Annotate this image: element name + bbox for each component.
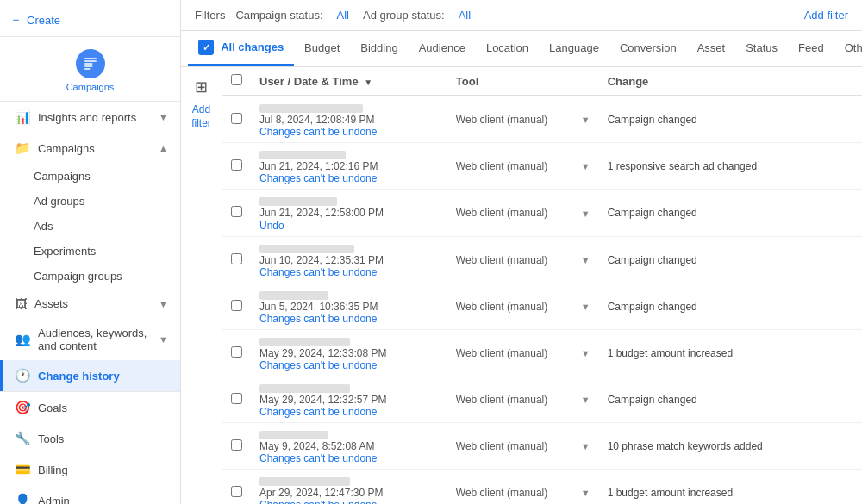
- expand-cell[interactable]: ▼: [572, 96, 599, 143]
- select-all-header[interactable]: [222, 67, 251, 96]
- expand-cell[interactable]: ▼: [572, 470, 599, 505]
- row-checkbox[interactable]: [231, 393, 242, 404]
- tab-all-changes[interactable]: ✓ All changes: [188, 31, 294, 66]
- create-button[interactable]: ＋ Create: [10, 9, 170, 31]
- undo-button[interactable]: Undo: [259, 220, 284, 232]
- sidebar-item-assets[interactable]: 🖼 Assets ▼: [0, 289, 180, 319]
- expand-cell[interactable]: ▼: [572, 283, 599, 330]
- tool-cell: Web client (manual): [447, 283, 572, 330]
- expand-cell[interactable]: ▼: [572, 143, 599, 190]
- user-masked: [259, 431, 328, 439]
- expand-icon[interactable]: ▼: [581, 441, 590, 451]
- date-text: Jun 21, 2024, 12:58:00 PM: [259, 207, 439, 219]
- sidebar-nav: 📊 Insights and reports ▼ 📁 Campaigns ▲ C…: [0, 102, 180, 391]
- action-link[interactable]: Changes can't be undone: [259, 266, 439, 278]
- create-icon: ＋: [10, 12, 22, 28]
- sidebar-item-change-history[interactable]: 🕐 Change history: [0, 360, 180, 391]
- row-checkbox[interactable]: [231, 253, 242, 264]
- user-date-cell: Jun 21, 2024, 1:02:16 PMChanges can't be…: [251, 143, 447, 190]
- audiences-label: Audiences, keywords, and content: [38, 327, 159, 352]
- expand-cell[interactable]: ▼: [572, 330, 599, 376]
- table-row: May 29, 2024, 12:33:08 PMChanges can't b…: [222, 330, 862, 376]
- action-link[interactable]: Changes can't be undone: [259, 499, 439, 504]
- user-date-cell: May 29, 2024, 12:33:08 PMChanges can't b…: [251, 330, 447, 376]
- tool-cell: Web client (manual): [447, 423, 572, 470]
- row-checkbox[interactable]: [231, 113, 242, 124]
- row-checkbox[interactable]: [231, 300, 242, 311]
- sidebar-item-experiments[interactable]: Experiments: [0, 239, 180, 264]
- expand-icon[interactable]: ▼: [581, 208, 590, 219]
- tool-cell: Web client (manual): [447, 376, 572, 423]
- tab-budget[interactable]: Budget: [294, 33, 350, 65]
- expand-icon[interactable]: ▼: [581, 348, 590, 358]
- tool-cell: Web client (manual): [447, 330, 572, 376]
- expand-cell[interactable]: ▼: [572, 423, 599, 470]
- change-cell: Campaign changed: [599, 283, 862, 330]
- action-link[interactable]: Changes can't be undone: [259, 452, 439, 464]
- tab-bidding[interactable]: Bidding: [350, 33, 408, 65]
- expand-icon[interactable]: ▼: [581, 302, 590, 312]
- assets-label: Assets: [34, 297, 68, 310]
- tool-header: Tool: [447, 67, 572, 96]
- sidebar: ＋ Create Campaigns 📊 Insights and report…: [0, 0, 181, 504]
- tools-icon: 🔧: [15, 431, 31, 446]
- add-filter-button[interactable]: Add filter: [804, 9, 848, 22]
- expand-icon[interactable]: ▼: [581, 488, 590, 498]
- action-link[interactable]: Changes can't be undone: [259, 406, 439, 418]
- campaigns-icon[interactable]: [76, 49, 105, 78]
- expand-cell[interactable]: ▼: [572, 190, 599, 237]
- user-masked: [259, 104, 363, 113]
- action-link[interactable]: Changes can't be undone: [259, 359, 439, 371]
- sidebar-item-insights[interactable]: 📊 Insights and reports ▼: [0, 102, 180, 133]
- user-date-cell: Jun 10, 2024, 12:35:31 PMChanges can't b…: [251, 237, 447, 283]
- tab-audience[interactable]: Audience: [409, 33, 476, 65]
- sidebar-item-billing[interactable]: 💳 Billing: [0, 454, 180, 485]
- sidebar-item-campaign-groups[interactable]: Campaign groups: [0, 264, 180, 289]
- campaign-status-value[interactable]: All: [334, 7, 353, 23]
- tab-feed[interactable]: Feed: [788, 33, 834, 65]
- sidebar-item-admin[interactable]: 👤 Admin: [0, 485, 180, 504]
- add-filter-panel-button[interactable]: Addfilter: [191, 103, 211, 130]
- filter-panel-icon[interactable]: ⊞: [195, 78, 208, 96]
- user-date-cell: Apr 29, 2024, 12:47:30 PMChanges can't b…: [251, 470, 447, 505]
- expand-icon[interactable]: ▼: [581, 255, 590, 265]
- row-checkbox[interactable]: [231, 206, 242, 217]
- tab-language[interactable]: Language: [539, 33, 609, 65]
- tab-status[interactable]: Status: [735, 33, 788, 65]
- action-link[interactable]: Changes can't be undone: [259, 313, 439, 325]
- user-date-header[interactable]: User / Date & Time ▼: [251, 67, 447, 96]
- tool-cell: Web client (manual): [447, 96, 572, 143]
- campaigns-chevron: ▲: [159, 143, 168, 153]
- sidebar-item-tools[interactable]: 🔧 Tools: [0, 423, 180, 454]
- expand-cell[interactable]: ▼: [572, 376, 599, 423]
- table-row: Jun 10, 2024, 12:35:31 PMChanges can't b…: [222, 237, 862, 283]
- action-link[interactable]: Changes can't be undone: [259, 126, 439, 138]
- row-checkbox[interactable]: [231, 486, 242, 497]
- action-link[interactable]: Changes can't be undone: [259, 172, 439, 184]
- campaigns-nav-label[interactable]: Campaigns: [66, 82, 115, 92]
- ad-group-status-value[interactable]: All: [455, 7, 474, 23]
- sidebar-item-goals[interactable]: 🎯 Goals: [0, 392, 180, 423]
- tab-conversion[interactable]: Conversion: [609, 33, 687, 65]
- sidebar-item-ads[interactable]: Ads: [0, 214, 180, 239]
- tab-asset[interactable]: Asset: [687, 33, 736, 65]
- user-date-cell: May 29, 2024, 12:32:57 PMChanges can't b…: [251, 376, 447, 423]
- sidebar-item-ad-groups[interactable]: Ad groups: [0, 189, 180, 214]
- tab-location[interactable]: Location: [476, 33, 539, 65]
- sidebar-item-audiences[interactable]: 👥 Audiences, keywords, and content ▼: [0, 319, 180, 360]
- sidebar-item-campaigns[interactable]: 📁 Campaigns ▲: [0, 133, 180, 164]
- admin-label: Admin: [38, 495, 70, 505]
- sidebar-item-campaigns-sub[interactable]: Campaigns: [0, 164, 180, 189]
- change-cell: 1 budget amount increased: [599, 470, 862, 505]
- select-all-checkbox[interactable]: [231, 74, 242, 85]
- date-text: Jun 10, 2024, 12:35:31 PM: [259, 254, 439, 266]
- row-checkbox[interactable]: [231, 159, 242, 171]
- tab-other[interactable]: Other: [834, 33, 862, 65]
- expand-icon[interactable]: ▼: [581, 161, 590, 171]
- row-checkbox[interactable]: [231, 346, 242, 358]
- expand-icon[interactable]: ▼: [581, 115, 590, 125]
- expand-cell[interactable]: ▼: [572, 237, 599, 283]
- expand-icon[interactable]: ▼: [581, 395, 590, 405]
- row-checkbox[interactable]: [231, 439, 242, 451]
- table-row: May 29, 2024, 12:32:57 PMChanges can't b…: [222, 376, 862, 423]
